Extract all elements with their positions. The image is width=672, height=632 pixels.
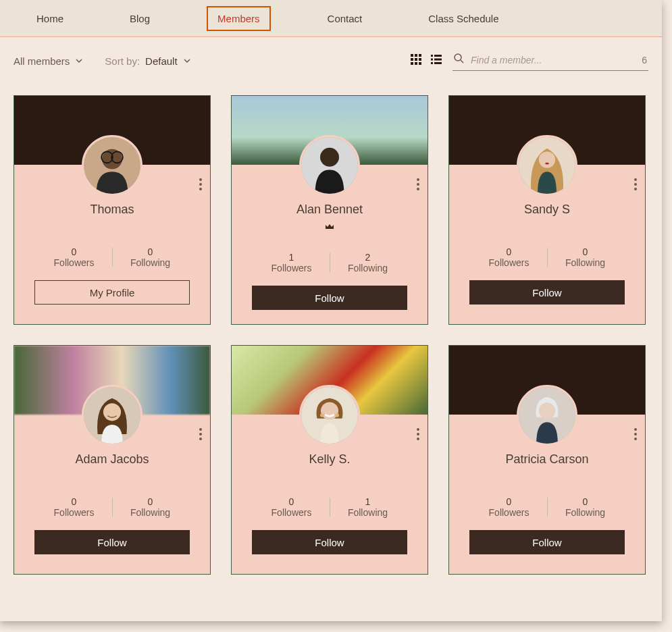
stat-divider <box>330 498 330 517</box>
svg-point-31 <box>320 413 324 417</box>
svg-rect-8 <box>419 62 421 65</box>
stat-divider <box>112 498 113 517</box>
svg-rect-6 <box>411 62 413 65</box>
member-name: Alan Bennet <box>240 203 419 217</box>
follow-button[interactable]: Follow <box>469 280 625 305</box>
more-options-button[interactable] <box>417 428 419 440</box>
filter-label: All members <box>14 55 70 67</box>
svg-line-16 <box>461 60 463 63</box>
avatar[interactable] <box>517 135 577 196</box>
svg-rect-10 <box>434 55 442 57</box>
avatar[interactable] <box>517 385 577 446</box>
avatar[interactable] <box>299 385 360 446</box>
following-label: Following <box>336 263 400 273</box>
member-card: Thomas 0 Followers 0 Following My Profil… <box>14 95 211 325</box>
filter-dropdown[interactable]: All members <box>14 55 83 67</box>
sort-value: Default <box>145 55 178 67</box>
svg-point-15 <box>455 54 461 61</box>
chevron-down-icon <box>183 57 191 65</box>
avatar[interactable] <box>82 385 143 446</box>
following-stat[interactable]: 0 Following <box>118 496 183 518</box>
following-label: Following <box>118 507 183 518</box>
svg-rect-2 <box>419 54 421 57</box>
followers-count: 0 <box>477 246 542 257</box>
following-stat[interactable]: 0 Following <box>553 246 618 268</box>
view-toggle <box>411 54 442 68</box>
search-field[interactable]: 6 <box>453 51 648 71</box>
member-name: Sandy S <box>457 203 637 217</box>
member-stats: 0 Followers 0 Following <box>22 246 202 268</box>
following-stat[interactable]: 1 Following <box>336 496 400 518</box>
nav-home[interactable]: Home <box>27 7 73 30</box>
sort-dropdown[interactable]: Sort by: Default <box>105 55 190 67</box>
more-options-button[interactable] <box>634 178 637 190</box>
list-view-icon[interactable] <box>431 54 442 68</box>
nav-blog[interactable]: Blog <box>120 7 159 30</box>
svg-rect-0 <box>411 54 413 57</box>
avatar[interactable] <box>299 135 360 196</box>
follow-button[interactable]: Follow <box>469 530 625 554</box>
following-label: Following <box>553 257 618 268</box>
followers-count: 0 <box>42 496 107 507</box>
followers-label: Followers <box>259 263 324 273</box>
toolbar-right: 6 <box>411 51 648 71</box>
more-options-button[interactable] <box>634 428 637 440</box>
members-toolbar: All members Sort by: Default <box>0 37 662 84</box>
following-stat[interactable]: 2 Following <box>336 252 400 273</box>
following-count: 0 <box>118 246 183 257</box>
followers-count: 1 <box>259 252 324 263</box>
svg-rect-9 <box>431 55 433 57</box>
stat-divider <box>547 498 548 517</box>
following-count: 0 <box>553 246 618 257</box>
following-stat[interactable]: 0 Following <box>118 246 183 268</box>
followers-stat[interactable]: 0 Followers <box>42 496 107 518</box>
svg-point-34 <box>539 402 555 419</box>
stat-divider <box>547 248 548 267</box>
member-card: Patricia Carson 0 Followers 0 Following … <box>448 345 646 575</box>
following-count: 0 <box>118 496 183 507</box>
followers-count: 0 <box>42 246 107 257</box>
followers-label: Followers <box>259 507 324 518</box>
svg-point-23 <box>320 148 339 167</box>
svg-rect-3 <box>411 58 413 61</box>
sort-prefix: Sort by: <box>105 55 140 67</box>
more-options-button[interactable] <box>199 178 202 190</box>
nav-class-schedule[interactable]: Class Schedule <box>419 7 508 30</box>
nav-contact[interactable]: Contact <box>318 7 372 30</box>
search-result-count: 6 <box>642 55 647 65</box>
search-input[interactable] <box>471 55 635 65</box>
my-profile-button[interactable]: My Profile <box>34 280 190 305</box>
followers-label: Followers <box>477 507 542 518</box>
followers-stat[interactable]: 0 Followers <box>477 246 542 268</box>
svg-point-26 <box>545 163 549 165</box>
followers-stat[interactable]: 0 Followers <box>477 496 542 518</box>
follow-button[interactable]: Follow <box>252 530 407 554</box>
page-root: Home Blog Members Contact Class Schedule… <box>0 0 662 621</box>
followers-stat[interactable]: 0 Followers <box>42 246 107 268</box>
svg-point-25 <box>539 151 555 167</box>
svg-rect-11 <box>431 59 433 61</box>
followers-count: 0 <box>477 496 542 507</box>
followers-stat[interactable]: 0 Followers <box>259 496 324 518</box>
member-stats: 0 Followers 0 Following <box>457 246 637 268</box>
follow-button[interactable]: Follow <box>34 530 190 554</box>
avatar[interactable] <box>82 135 143 196</box>
member-name: Thomas <box>22 203 202 217</box>
follow-button[interactable]: Follow <box>252 286 407 310</box>
svg-rect-1 <box>415 54 417 57</box>
top-nav: Home Blog Members Contact Class Schedule <box>0 0 662 37</box>
nav-members[interactable]: Members <box>207 6 271 31</box>
followers-stat[interactable]: 1 Followers <box>259 252 324 273</box>
more-options-button[interactable] <box>199 428 202 440</box>
following-count: 0 <box>553 496 618 507</box>
member-stats: 1 Followers 2 Following <box>240 252 419 273</box>
members-grid: Thomas 0 Followers 0 Following My Profil… <box>0 84 662 585</box>
more-options-button[interactable] <box>417 178 419 190</box>
following-stat[interactable]: 0 Following <box>553 496 618 518</box>
member-stats: 0 Followers 1 Following <box>240 496 419 518</box>
svg-rect-5 <box>419 58 421 61</box>
stat-divider <box>112 248 113 267</box>
grid-view-icon[interactable] <box>411 54 421 68</box>
followers-label: Followers <box>42 507 107 518</box>
member-card: Alan Bennet 1 Followers 2 Following Foll… <box>231 95 428 325</box>
